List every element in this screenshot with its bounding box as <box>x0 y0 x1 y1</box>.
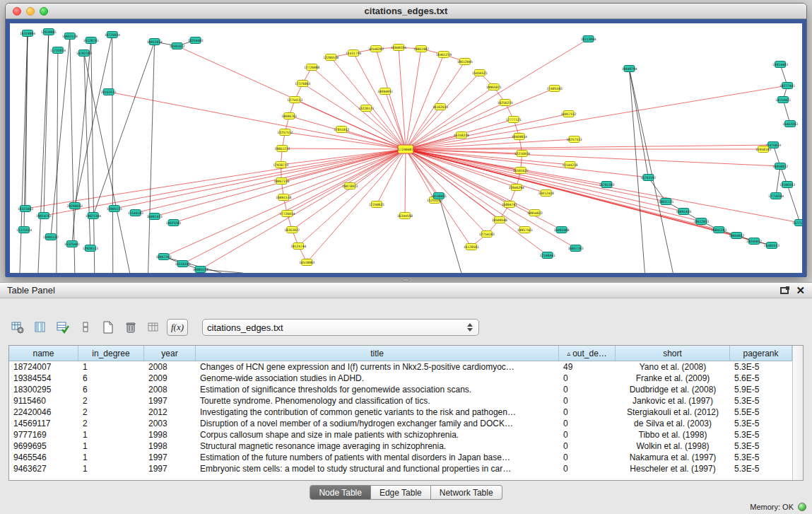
column-header-pagerank[interactable]: pagerank <box>730 346 792 361</box>
column-header-short[interactable]: short <box>616 346 730 361</box>
network-node[interactable]: 16591627 <box>513 168 529 174</box>
column-header-year[interactable]: year <box>144 346 196 361</box>
network-node[interactable]: 11544103 <box>128 210 143 216</box>
network-node[interactable]: 17777121 <box>506 117 522 123</box>
network-node[interactable]: 10725014 <box>105 32 120 38</box>
window-titlebar[interactable]: citations_edges.txt <box>6 4 806 19</box>
network-node[interactable]: 20163511 <box>101 89 117 95</box>
network-node[interactable]: 16534103 <box>175 261 191 267</box>
network-node[interactable]: 19954022 <box>729 233 744 239</box>
delete-icon[interactable] <box>122 318 140 337</box>
network-node[interactable]: 11731814 <box>50 47 66 54</box>
table-row[interactable]: 969969511998Structural magnetic resonanc… <box>9 440 792 452</box>
network-node[interactable]: 19277441 <box>779 83 795 89</box>
column-header-in_degree[interactable]: in_degree <box>78 346 144 361</box>
network-node[interactable]: 18612033 <box>693 218 709 225</box>
zoom-window-button[interactable] <box>40 7 48 16</box>
network-node[interactable]: 16841203 <box>711 227 726 233</box>
network-node[interactable]: 16128561 <box>464 244 479 250</box>
function-builder-button[interactable]: f(x) <box>167 319 188 336</box>
network-node[interactable]: 19861987 <box>413 46 429 52</box>
network-node[interactable]: 16012418 <box>539 190 554 197</box>
table-row[interactable]: 1938455462009Genome-wide association stu… <box>9 373 792 384</box>
network-node[interactable]: 17485503 <box>547 86 563 92</box>
network-node[interactable]: 16463203 <box>782 121 798 127</box>
network-node[interactable]: 16540203 <box>368 46 384 52</box>
table-row[interactable]: 946362711997Embryonic stem cells: a mode… <box>9 463 792 474</box>
network-node[interactable]: 14025581 <box>166 220 182 226</box>
network-node[interactable]: 14663138 <box>62 33 78 40</box>
network-node[interactable]: 12257512 <box>277 129 293 136</box>
tab-edge-table[interactable]: Edge Table <box>371 485 431 500</box>
network-node[interactable]: 12216019 <box>514 151 530 157</box>
network-node[interactable]: 22046294 <box>509 185 524 191</box>
network-node[interactable]: 18612045 <box>457 59 473 65</box>
network-node[interactable]: 19124744 <box>290 243 306 250</box>
table-row[interactable]: 1830029562008Estimation of significance … <box>9 384 792 395</box>
network-node[interactable]: 19014761 <box>36 213 52 219</box>
network-node[interactable]: 16091455 <box>676 209 691 215</box>
network-node[interactable]: 15905137 <box>43 234 59 240</box>
column-header-out_de[interactable]: ▵out_de… <box>559 346 616 361</box>
network-node[interactable]: 16091413 <box>147 214 163 220</box>
network-node[interactable]: 16804741 <box>502 201 517 208</box>
network-node[interactable]: 16771403 <box>792 220 802 226</box>
network-node[interactable]: 16162615 <box>433 104 448 110</box>
network-node[interactable]: 16091518 <box>276 194 291 201</box>
network-node[interactable]: 16319994 <box>20 30 35 37</box>
network-node[interactable]: 17710344 <box>768 193 784 199</box>
network-node[interactable]: 19245012 <box>746 238 762 245</box>
network-node[interactable]: 11375514 <box>16 227 32 233</box>
float-panel-icon[interactable] <box>780 287 789 294</box>
network-node[interactable]: 15958103 <box>755 146 771 153</box>
network-node[interactable]: 15905115 <box>107 206 122 212</box>
network-node[interactable]: 14154421 <box>775 97 791 103</box>
column-header-title[interactable]: title <box>196 346 559 361</box>
import-table-icon[interactable] <box>144 318 163 337</box>
close-panel-icon[interactable]: ✕ <box>796 285 805 296</box>
network-node[interactable]: 16791303 <box>599 182 614 188</box>
network-node[interactable]: 12920081 <box>41 29 57 35</box>
network-node[interactable]: 19148451 <box>431 193 447 199</box>
network-node[interactable]: 18469814 <box>512 134 527 140</box>
table-select-dropdown[interactable]: citations_edges.txt <box>202 319 479 336</box>
network-node[interactable]: 12920113 <box>83 245 98 252</box>
table-row[interactable]: 977716911998Corpus callosum shape and si… <box>9 429 792 440</box>
network-node[interactable]: 19078913 <box>342 183 358 189</box>
network-node[interactable]: 17726014 <box>279 211 295 217</box>
network-node[interactable]: 17938713 <box>273 162 288 168</box>
network-node[interactable]: 10985513 <box>192 267 208 273</box>
network-node[interactable]: 15456521 <box>472 70 488 76</box>
network-node[interactable]: 17240621 <box>369 201 384 208</box>
network-node[interactable]: 16325441 <box>64 241 80 247</box>
network-node[interactable]: 19831721 <box>658 199 673 205</box>
panel-resize-handle[interactable] <box>402 279 409 281</box>
network-node[interactable]: 11431756 <box>346 50 361 57</box>
tab-network-table[interactable]: Network Table <box>431 485 502 500</box>
network-node[interactable]: 16940355 <box>391 45 406 51</box>
network-node[interactable]: 19965871 <box>486 84 502 90</box>
network-node[interactable]: 16957512 <box>561 111 577 117</box>
network-node[interactable]: 16093408 <box>554 227 570 233</box>
network-node[interactable]: 16058812 <box>772 163 788 170</box>
network-node[interactable]: 18113044 <box>581 36 596 42</box>
network-node[interactable]: 19448794 <box>621 66 637 72</box>
table-vertical-scrollbar[interactable] <box>792 346 803 480</box>
minimize-window-button[interactable] <box>26 7 35 16</box>
network-node[interactable]: 10321663 <box>18 206 33 212</box>
network-node[interactable]: 18363027 <box>284 227 300 233</box>
network-node[interactable]: 16461219 <box>436 52 452 58</box>
network-node[interactable]: 12754103 <box>479 231 495 238</box>
network-node[interactable]: 16344558 <box>397 213 413 219</box>
network-node[interactable]: 15914403 <box>772 62 788 68</box>
network-node[interactable]: 18257513 <box>567 136 582 143</box>
network-node[interactable]: 13220173 <box>358 105 374 112</box>
select-rows-icon[interactable] <box>54 318 72 337</box>
network-node[interactable]: 18509548 <box>492 217 507 223</box>
network-node[interactable]: 12754113 <box>287 97 302 103</box>
network-node[interactable]: 11544218 <box>563 162 578 168</box>
network-node[interactable]: 19957561 <box>517 227 533 233</box>
table-row[interactable]: 1872400712008Changes of HCN gene express… <box>9 361 792 373</box>
tab-node-table[interactable]: Node Table <box>310 485 371 500</box>
table-row[interactable]: 1456911722003Disruption of a novel membe… <box>9 418 792 429</box>
